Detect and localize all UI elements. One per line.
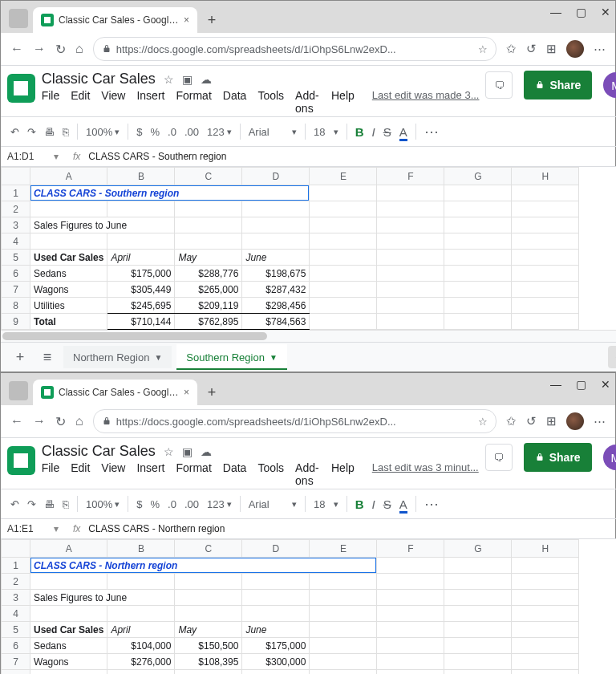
comments-button[interactable]: 🗨 xyxy=(485,71,513,99)
address-bar[interactable]: https://docs.google.com/spreadsheets/d/1… xyxy=(93,409,496,433)
sheet-tab[interactable]: Southern Region▼ xyxy=(176,344,286,370)
menu-data[interactable]: Data xyxy=(223,461,247,487)
star-icon[interactable]: ☆ xyxy=(164,445,174,458)
browser-tab[interactable]: Classic Car Sales - Google Sheets× xyxy=(33,7,197,33)
redo-button[interactable]: ↷ xyxy=(27,126,36,138)
menu-file[interactable]: File xyxy=(42,461,60,487)
print-button[interactable]: 🖶 xyxy=(44,126,55,138)
name-box-dropdown-icon[interactable]: ▾ xyxy=(54,151,59,162)
strikethrough-button[interactable]: S xyxy=(383,125,391,139)
subtitle-cell[interactable]: Sales Figures to June xyxy=(30,590,175,606)
maximize-button[interactable]: ▢ xyxy=(576,6,586,18)
font-size-dropdown[interactable]: 18 ▾ xyxy=(314,498,338,510)
title-cell[interactable]: CLASS CARS - Southern region xyxy=(30,185,310,201)
italic-button[interactable]: I xyxy=(372,497,375,511)
menu-help[interactable]: Help xyxy=(331,461,355,487)
toolbar-more-button[interactable]: ⋯ xyxy=(424,123,440,140)
tab-list-button[interactable] xyxy=(9,9,28,28)
row-header-1[interactable]: 1 xyxy=(2,185,30,201)
currency-button[interactable]: $ xyxy=(136,126,142,138)
collections-icon[interactable]: ⊞ xyxy=(546,42,557,56)
menu-edit[interactable]: Edit xyxy=(71,461,90,487)
menu-add-ons[interactable]: Add-ons xyxy=(295,89,320,115)
menu-edit[interactable]: Edit xyxy=(71,89,90,115)
italic-button[interactable]: I xyxy=(372,125,375,139)
back-button[interactable]: ← xyxy=(10,42,23,56)
all-sheets-button[interactable]: ≡ xyxy=(36,349,59,366)
text-color-button[interactable]: A xyxy=(399,125,407,139)
text-color-button[interactable]: A xyxy=(399,497,407,511)
sheet-tab[interactable]: Northern Region▼ xyxy=(63,346,172,368)
strikethrough-button[interactable]: S xyxy=(383,497,391,511)
col-header-F[interactable]: F xyxy=(377,540,444,558)
row-header-1[interactable]: 1 xyxy=(2,558,30,574)
history-icon[interactable]: ↺ xyxy=(526,414,537,428)
col-header-F[interactable]: F xyxy=(377,168,444,185)
undo-button[interactable]: ↶ xyxy=(10,126,19,138)
move-icon[interactable]: ▣ xyxy=(182,445,192,458)
tab-list-button[interactable] xyxy=(9,381,28,400)
font-dropdown[interactable]: Arial ▾ xyxy=(249,126,297,138)
percent-button[interactable]: % xyxy=(150,126,160,138)
spreadsheet-grid[interactable]: ABCDEFGH1CLASS CARS - Southern region23S… xyxy=(1,167,616,330)
reader-icon[interactable]: ☆ xyxy=(478,416,488,428)
more-formats-dropdown[interactable]: 123 ▾ xyxy=(207,498,232,510)
reload-button[interactable]: ↻ xyxy=(55,42,66,57)
menu-tools[interactable]: Tools xyxy=(257,89,284,115)
favorites-icon[interactable]: ✩ xyxy=(506,414,517,428)
close-tab-icon[interactable]: × xyxy=(184,14,189,26)
new-tab-button[interactable]: + xyxy=(201,9,223,31)
col-header-B[interactable]: B xyxy=(107,168,175,185)
col-header-E[interactable]: E xyxy=(310,168,377,185)
decrease-decimal-button[interactable]: .0 xyxy=(168,126,176,138)
collections-icon[interactable]: ⊞ xyxy=(546,414,557,428)
menu-add-ons[interactable]: Add-ons xyxy=(295,461,320,487)
profile-avatar[interactable] xyxy=(566,412,584,430)
minimize-button[interactable]: — xyxy=(550,6,561,18)
account-avatar[interactable]: M xyxy=(603,72,616,98)
overflow-icon[interactable]: ⋯ xyxy=(594,414,606,428)
col-header-H[interactable]: H xyxy=(512,540,579,558)
bold-button[interactable]: B xyxy=(355,125,364,139)
reader-icon[interactable]: ☆ xyxy=(478,43,488,55)
spreadsheet-grid[interactable]: ABCDEFGH1CLASS CARS - Northern region23S… xyxy=(1,539,616,674)
explore-button[interactable]: ✦ xyxy=(608,346,616,368)
account-avatar[interactable]: M xyxy=(603,445,616,470)
zoom-dropdown[interactable]: 100% ▾ xyxy=(86,498,120,510)
close-window-button[interactable]: ✕ xyxy=(601,378,610,391)
paint-format-button[interactable]: ⎘ xyxy=(63,498,69,510)
subtitle-cell[interactable]: Sales Figures to June xyxy=(30,217,175,233)
print-button[interactable]: 🖶 xyxy=(44,498,55,510)
overflow-icon[interactable]: ⋯ xyxy=(594,42,606,56)
font-size-dropdown[interactable]: 18 ▾ xyxy=(314,126,338,138)
add-sheet-button[interactable]: + xyxy=(9,349,31,366)
increase-decimal-button[interactable]: .00 xyxy=(184,498,199,510)
back-button[interactable]: ← xyxy=(10,414,23,428)
home-button[interactable]: ⌂ xyxy=(75,414,83,428)
reload-button[interactable]: ↻ xyxy=(55,414,66,429)
menu-insert[interactable]: Insert xyxy=(136,89,164,115)
document-title[interactable]: Classic Car Sales xyxy=(42,71,156,87)
toolbar-more-button[interactable]: ⋯ xyxy=(424,495,440,513)
cloud-icon[interactable]: ☁ xyxy=(201,445,212,458)
paint-format-button[interactable]: ⎘ xyxy=(63,126,69,138)
menu-file[interactable]: File xyxy=(42,89,60,115)
col-header-A[interactable]: A xyxy=(30,540,107,558)
decrease-decimal-button[interactable]: .0 xyxy=(168,498,176,510)
formula-value[interactable]: CLASS CARS - Northern region xyxy=(88,523,225,534)
menu-data[interactable]: Data xyxy=(223,89,247,115)
close-window-button[interactable]: ✕ xyxy=(601,6,610,18)
share-button[interactable]: Share xyxy=(524,443,592,472)
increase-decimal-button[interactable]: .00 xyxy=(184,126,199,138)
share-button[interactable]: Share xyxy=(524,71,592,99)
favorites-icon[interactable]: ✩ xyxy=(506,42,517,56)
sheet-tab-dropdown-icon[interactable]: ▼ xyxy=(270,353,278,362)
zoom-dropdown[interactable]: 100% ▾ xyxy=(86,126,120,138)
currency-button[interactable]: $ xyxy=(136,498,142,510)
profile-avatar[interactable] xyxy=(566,40,584,58)
last-edit-link[interactable]: Last edit was 3 minut... xyxy=(372,461,479,487)
menu-help[interactable]: Help xyxy=(331,89,355,115)
menu-format[interactable]: Format xyxy=(176,461,211,487)
menu-format[interactable]: Format xyxy=(176,89,211,115)
more-formats-dropdown[interactable]: 123 ▾ xyxy=(207,126,232,138)
